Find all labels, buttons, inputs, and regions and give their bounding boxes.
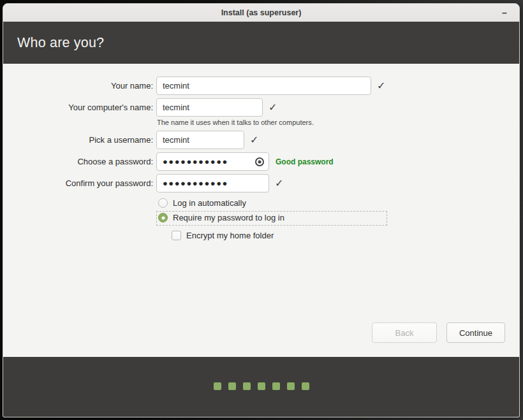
- progress-square: [302, 382, 309, 390]
- back-button[interactable]: Back: [372, 322, 437, 343]
- computer-name-label: Your computer's name:: [3, 103, 153, 112]
- password-input[interactable]: [156, 152, 269, 171]
- your-name-row: Your name: ✓: [3, 76, 385, 95]
- your-name-label: Your name:: [3, 81, 153, 91]
- computer-name-input[interactable]: [156, 98, 263, 117]
- encrypt-home-option[interactable]: Encrypt my home folder: [172, 231, 274, 240]
- continue-button[interactable]: Continue: [446, 322, 505, 343]
- progress-square: [243, 382, 251, 390]
- auto-login-option[interactable]: Log in automatically: [158, 198, 246, 208]
- require-password-radio[interactable]: [158, 213, 168, 222]
- valid-check-icon: ✓: [250, 135, 258, 145]
- form-area: Your name: ✓ Your computer's name: ✓ The…: [3, 64, 519, 357]
- require-password-option[interactable]: Require my password to log in: [158, 213, 284, 222]
- require-password-label: Require my password to log in: [173, 213, 284, 222]
- progress-square: [228, 382, 236, 390]
- titlebar[interactable]: Install (as superuser) –: [3, 4, 519, 22]
- username-label: Pick a username:: [3, 135, 153, 145]
- confirm-password-row: Confirm your password: ✓: [3, 174, 283, 192]
- auto-login-radio[interactable]: [158, 198, 168, 208]
- page-title: Who are you?: [17, 35, 104, 51]
- password-strength-badge: Good password: [276, 157, 334, 166]
- show-password-icon[interactable]: [255, 157, 264, 166]
- valid-check-icon: ✓: [377, 81, 385, 91]
- minimize-button[interactable]: –: [497, 4, 512, 22]
- confirm-password-input[interactable]: [156, 174, 269, 192]
- your-name-input[interactable]: [156, 76, 371, 95]
- encrypt-home-label: Encrypt my home folder: [186, 231, 274, 240]
- valid-check-icon: ✓: [275, 178, 283, 189]
- password-row: Choose a password: Good password: [3, 152, 334, 171]
- slideshow-footer: [3, 357, 519, 417]
- progress-square: [272, 382, 280, 390]
- installer-window: Install (as superuser) – Who are you? Yo…: [3, 3, 520, 417]
- valid-check-icon: ✓: [269, 103, 277, 113]
- username-input[interactable]: [156, 131, 244, 149]
- slideshow-progress: [214, 382, 309, 390]
- encrypt-home-checkbox[interactable]: [172, 231, 181, 240]
- window-title: Install (as superuser): [221, 8, 302, 17]
- password-label: Choose a password:: [3, 157, 153, 166]
- computer-name-hint: The name it uses when it talks to other …: [157, 119, 314, 126]
- computer-name-row: Your computer's name: ✓: [3, 98, 277, 117]
- page-header: Who are you?: [3, 22, 519, 64]
- progress-square: [258, 382, 265, 390]
- progress-square: [214, 382, 221, 390]
- progress-square: [287, 382, 295, 390]
- username-row: Pick a username: ✓: [3, 131, 258, 149]
- auto-login-label: Log in automatically: [173, 198, 246, 208]
- confirm-password-label: Confirm your password:: [3, 178, 153, 188]
